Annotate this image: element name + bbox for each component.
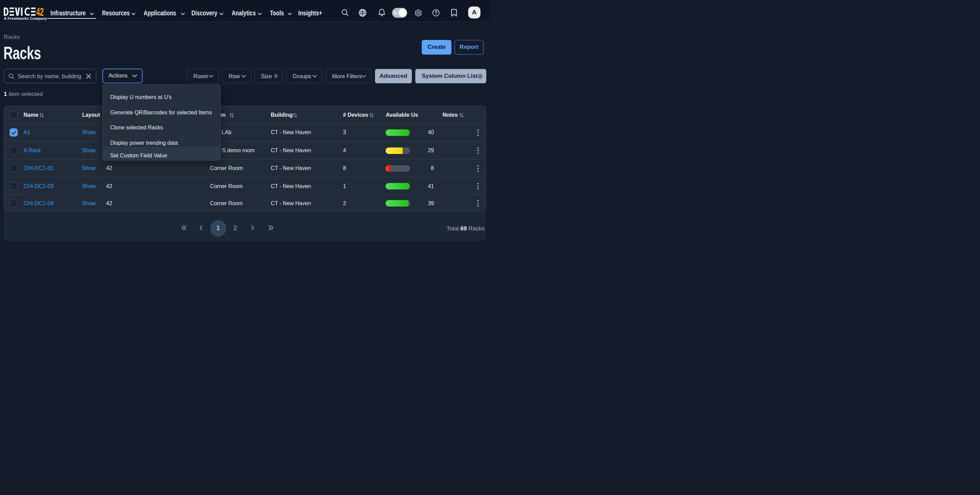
svg-text:42: 42 [36, 8, 43, 16]
